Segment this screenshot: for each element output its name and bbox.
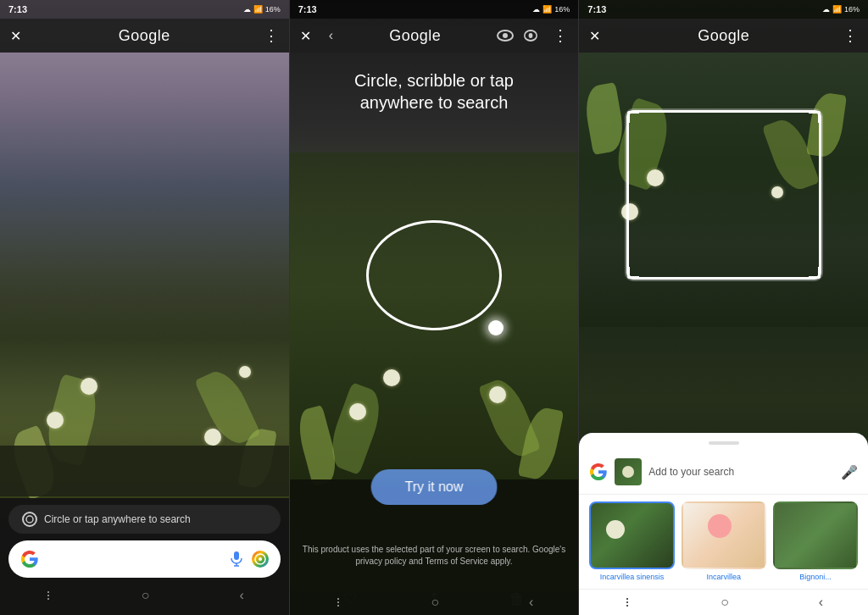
cloud-icon-2: ☁ [532, 5, 540, 14]
status-bar-2: 7:13 ☁ 📶 16% [290, 0, 579, 19]
google-header-1: ✕ Google ⋮ [0, 19, 289, 53]
time-1: 7:13 [8, 4, 27, 14]
try-it-now-button[interactable]: Try it now [371, 469, 498, 505]
search-thumb-flower [622, 466, 634, 478]
privacy-text: This product uses the selected part of y… [298, 544, 570, 568]
back-button-2[interactable]: ‹ [329, 28, 333, 43]
circle-hint-text: Circle or tap anywhere to search [44, 513, 191, 525]
lens-circle-icon [254, 553, 266, 565]
header-right-group-2: ⋮ [497, 26, 568, 45]
microphone-icon-1 [231, 551, 242, 567]
time-2: 7:13 [298, 4, 317, 14]
corner-br [809, 267, 821, 279]
nav-back-1[interactable]: ‹ [231, 586, 252, 605]
drawn-circle [366, 220, 502, 330]
mic-icon-1[interactable] [228, 551, 245, 568]
corner-tr [809, 111, 821, 123]
status-bar-1: 7:13 ☁ 📶 16% [0, 0, 289, 19]
flower-3 [204, 429, 221, 446]
circle-scribble-text: Circle, scribble or tap anywhere to sear… [354, 69, 514, 114]
nav-bar-2: ⫶ ○ ‹ [290, 591, 579, 615]
nav-menu-1[interactable]: ⫶ [36, 586, 60, 605]
time-3: 7:13 [587, 4, 606, 14]
results-handle[interactable] [709, 441, 739, 445]
header-title-1: Google [119, 27, 170, 45]
corner-tl [627, 111, 639, 123]
status-icons-1: ☁ 📶 16% [243, 5, 281, 14]
close-button-2[interactable]: ✕ [300, 28, 320, 44]
result-card-2[interactable]: Incarvillea [682, 501, 766, 582]
status-bar-3: 7:13 ☁ 📶 16% [579, 0, 868, 19]
svg-point-0 [26, 516, 33, 523]
result-card-3[interactable]: Bignoni... [773, 501, 858, 582]
selection-rectangle [626, 110, 821, 280]
flower-4 [239, 366, 251, 378]
nav-back-3[interactable]: ‹ [810, 593, 832, 612]
results-grid: Incarvillea sinensis Incarvillea Bignoni… [579, 495, 868, 589]
wifi-icon-2: 📶 [542, 5, 552, 14]
wifi-icon-1: 📶 [253, 5, 263, 14]
search-thumb [615, 458, 642, 485]
add-to-search-text: Add to your search [648, 466, 834, 478]
results-panel: Add to your search 🎤 Incarvillea sinensi… [579, 433, 868, 615]
bottom-area-1: Circle or tap anywhere to search [0, 498, 289, 615]
nav-bar-3: ⫶ ○ ‹ [579, 591, 868, 615]
flower-p2-1 [349, 403, 366, 420]
circle-hint: Circle or tap anywhere to search [8, 505, 281, 534]
lens-icon-1[interactable] [252, 551, 269, 568]
status-icons-2: ☁ 📶 16% [532, 5, 570, 14]
phone-3: 7:13 ☁ 📶 16% ✕ Google ⋮ [579, 0, 868, 615]
nav-back-2[interactable]: ‹ [520, 593, 542, 612]
cloud-icon-1: ☁ [243, 5, 251, 14]
result-label-1: Incarvillea sinensis [589, 573, 674, 582]
nav-home-2[interactable]: ○ [423, 593, 448, 612]
battery-icon-2: 16% [554, 5, 570, 14]
flower-1 [47, 412, 64, 429]
google-header-3: ✕ Google ⋮ [579, 19, 868, 53]
header-title-3: Google [698, 27, 749, 45]
menu-button-3[interactable]: ⋮ [837, 26, 858, 45]
flower-p2-2 [383, 369, 400, 386]
overlay-panel-2: Circle, scribble or tap anywhere to sear… [290, 53, 579, 130]
eye-outlined-icon-2[interactable] [524, 30, 537, 42]
status-icons-3: ☁ 📶 16% [822, 5, 860, 14]
result-image-3 [773, 501, 858, 569]
svg-rect-1 [234, 551, 239, 560]
flower-2 [81, 378, 97, 395]
google-g-icon-3 [589, 463, 608, 481]
result-label-2: Incarvillea [682, 573, 766, 582]
drawn-circle-dot [488, 320, 504, 335]
phone-2: 7:13 ☁ 📶 16% ✕ ‹ Google ⋮ Circle, scri [290, 0, 579, 615]
menu-button-1[interactable]: ⋮ [259, 26, 279, 45]
phones-container: 7:13 ☁ 📶 16% ✕ Google ⋮ Circle or ta [0, 0, 868, 615]
circle-hint-icon [22, 512, 37, 527]
circle-draw-icon [25, 515, 34, 524]
header-left-group-2: ✕ ‹ [300, 28, 333, 44]
nav-menu-2[interactable]: ⫶ [326, 593, 350, 612]
battery-icon-1: 16% [265, 5, 281, 14]
search-bar-1[interactable] [8, 540, 281, 578]
eye-icon-2[interactable] [497, 30, 514, 42]
svg-point-5 [259, 557, 262, 561]
nav-bar-1: ⫶ ○ ‹ [0, 583, 289, 612]
result-image-1 [589, 501, 674, 569]
google-header-2: ✕ ‹ Google ⋮ [290, 19, 579, 53]
cloud-icon-3: ☁ [822, 5, 830, 14]
menu-button-2[interactable]: ⋮ [548, 26, 568, 45]
result-image-2 [682, 501, 766, 569]
nav-home-1[interactable]: ○ [133, 586, 159, 605]
header-title-2: Google [389, 27, 441, 45]
battery-icon-3: 16% [844, 5, 860, 14]
result-card-1[interactable]: Incarvillea sinensis [589, 501, 674, 582]
mic-icon-3[interactable]: 🎤 [841, 464, 858, 480]
close-button-3[interactable]: ✕ [589, 28, 609, 44]
search-row: Add to your search 🎤 [579, 453, 868, 495]
close-button-1[interactable]: ✕ [10, 28, 31, 44]
wifi-icon-3: 📶 [832, 5, 842, 14]
google-g-icon-1 [20, 550, 39, 568]
phone-1: 7:13 ☁ 📶 16% ✕ Google ⋮ Circle or ta [0, 0, 289, 615]
corner-bl [627, 267, 639, 279]
nav-home-3[interactable]: ○ [712, 593, 737, 612]
nav-menu-3[interactable]: ⫶ [615, 593, 639, 612]
result-label-3: Bignoni... [773, 573, 858, 582]
